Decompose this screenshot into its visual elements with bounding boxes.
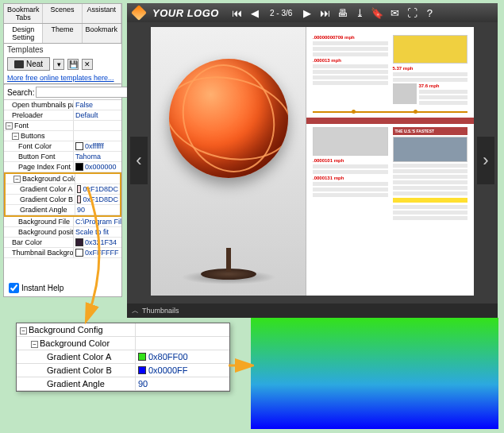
next-page-button[interactable]: ▶ [302,7,313,18]
book-icon [14,60,24,68]
prop-background-color[interactable]: −Background Color [6,174,75,184]
color-swatch [77,195,81,203]
help-button[interactable]: ? [424,7,435,18]
instant-help-input[interactable] [9,283,19,293]
prop-thumb-bg-val[interactable]: 0xFFFFFF [74,248,121,257]
speed-value: .0000101 mph [313,158,388,163]
prop-preloader[interactable]: Preloader [4,110,74,120]
prop-bar-color-val[interactable]: 0x321F34 [74,238,121,247]
settings-panel: Bookmark Tabs Scenes Assistant Design Se… [3,3,122,297]
search-input[interactable] [36,87,129,98]
color-swatch [138,366,146,374]
speed-value: .000013 mph [313,58,388,63]
minus-icon[interactable]: − [12,133,19,140]
viewer-toolbar: YOUR LOGO ⏮ ◀ 2 - 3/6 ▶ ⏭ 🖶 ⤓ 🔖 ✉ ⛶ ? [127,3,498,22]
callout-panel: −Background Config −Background Color Gra… [16,323,230,392]
tab-scenes[interactable]: Scenes [43,4,82,23]
color-swatch [75,142,83,150]
share-button[interactable]: ✉ [389,7,400,18]
globe-image [169,59,288,178]
templates-label: Templates [4,44,121,56]
timeline [313,111,467,113]
prop-font-color-val[interactable]: 0xffffff [74,141,121,151]
minus-icon[interactable]: − [13,176,21,183]
property-grid: Open thumbnails palletFalse PreloaderDef… [4,99,121,258]
prop-gradient-b-val[interactable]: 0xF1D8DC [75,195,120,204]
prop-gradient-b[interactable]: Gradient Color B [6,195,75,204]
logo-text: YOUR LOGO [152,7,219,19]
prop-font[interactable]: −Font [4,121,74,130]
page-nav-next[interactable]: › [477,137,494,184]
tab-assistant[interactable]: Assistant [83,4,121,23]
prop-open-thumbnails[interactable]: Open thumbnails pallet [4,100,74,110]
callout-grad-a[interactable]: Gradient Color A [17,350,136,363]
speed-value: .00000000709 mph [313,35,388,40]
first-page-button[interactable]: ⏮ [232,7,243,18]
prop-font-color[interactable]: Font Color [4,141,74,151]
color-swatch [77,185,81,193]
speed-value: 37.6 mph [419,83,468,88]
tab-bookmark[interactable]: Bookmark [83,24,121,43]
minus-icon[interactable]: − [31,341,38,348]
gradient-preview [251,318,498,429]
callout-bg-config[interactable]: −Background Config [17,323,136,336]
article-image [313,127,388,156]
prop-gradient-a[interactable]: Gradient Color A [6,184,75,194]
prop-button-font-val[interactable]: Tahoma [74,152,121,161]
tab-bookmark-tabs[interactable]: Bookmark Tabs [4,4,43,23]
template-browse-button[interactable]: ▾ [53,59,64,70]
prop-open-thumbnails-val[interactable]: False [74,100,121,110]
prop-bar-color[interactable]: Bar Color [4,238,74,247]
color-swatch [75,238,83,246]
prop-background-position[interactable]: Background position [4,227,74,237]
climber-image [393,83,417,104]
prop-buttons[interactable]: −Buttons [4,131,74,141]
template-save-button[interactable]: 💾 [67,59,79,70]
template-delete-button[interactable]: ✕ [82,59,93,70]
search-label: Search: [7,88,34,97]
page-indicator: 2 - 3/6 [267,9,295,17]
arrow-annotation-2 [227,358,254,373]
prop-page-index-font-color-val[interactable]: 0x000000 [74,162,121,172]
callout-grad-angle[interactable]: Gradient Angle [17,377,136,390]
callout-grad-a-val[interactable]: 0x80FF00 [136,350,229,363]
prop-gradient-a-val[interactable]: 0xF1D8DC [75,184,120,194]
tab-row-2: Design Setting Theme Bookmark [4,24,121,44]
more-templates-link[interactable]: More free online templates here... [4,72,121,83]
minus-icon[interactable]: − [20,327,27,334]
prop-gradient-angle[interactable]: Gradient Angle [6,205,75,215]
instant-help-checkbox[interactable]: Instant Help [9,283,63,293]
color-swatch [138,353,146,361]
tab-design-setting[interactable]: Design Setting [4,24,43,43]
yellow-highlight [393,198,468,203]
tab-theme[interactable]: Theme [43,24,82,43]
prev-page-button[interactable]: ◀ [249,7,260,18]
last-page-button[interactable]: ⏭ [319,7,330,18]
callout-bg-color[interactable]: −Background Color [17,337,136,350]
page-nav-prev[interactable]: ‹ [130,137,148,184]
page-spread: .00000000709 mph .000013 mph 5.37 mph 37… [151,27,474,296]
fullscreen-button[interactable]: ⛶ [406,7,417,18]
viewer: YOUR LOGO ⏮ ◀ 2 - 3/6 ▶ ⏭ 🖶 ⤓ 🔖 ✉ ⛶ ? ‹ … [127,3,498,318]
swimmer-image [393,35,468,64]
tab-row-1: Bookmark Tabs Scenes Assistant [4,4,121,24]
red-banner [306,118,474,124]
prop-background-position-val[interactable]: Scale to fit [74,227,121,237]
callout-grad-b-val[interactable]: 0x0000FF [136,364,229,377]
prop-page-index-font-color[interactable]: Page Index Font Color [4,162,74,172]
callout-grad-b[interactable]: Gradient Color B [17,364,136,377]
prop-preloader-val[interactable]: Default [74,110,121,120]
prop-gradient-angle-val[interactable]: 90 [75,205,120,215]
callout-grad-angle-val[interactable]: 90 [136,377,229,390]
prop-thumb-bg[interactable]: Thumbnail Background ... [4,248,74,257]
prop-background-file[interactable]: Background File [4,217,74,226]
bookmark-button[interactable]: 🔖 [371,7,383,18]
neat-template-button[interactable]: Neat [7,57,50,71]
download-button[interactable]: ⤓ [354,7,365,18]
prop-button-font[interactable]: Button Font [4,152,74,161]
minus-icon[interactable]: − [6,122,13,130]
color-swatch [75,163,83,171]
thumbnails-bar[interactable]: ︿ Thumbnails [127,303,498,318]
print-button[interactable]: 🖶 [337,7,348,18]
prop-background-file-val[interactable]: C:\Program Files\... [74,217,121,226]
